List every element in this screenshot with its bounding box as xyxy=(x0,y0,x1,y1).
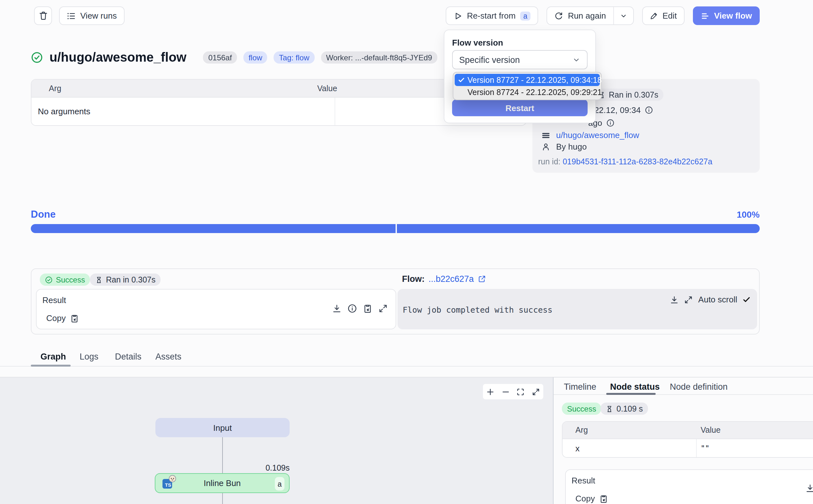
flow-id-link[interactable]: ...b22c627a xyxy=(429,274,474,284)
active-tab-underline xyxy=(606,393,656,395)
expand-graph-button[interactable] xyxy=(532,387,540,396)
flow-path-link[interactable]: u/hugo/awesome_flow xyxy=(556,130,639,140)
pencil-icon xyxy=(650,12,658,20)
version-option[interactable]: Version 87724 - 22.12.2025, 09:29:21 xyxy=(455,86,600,98)
toolbar-right: Re-start from a Run again Edit View flow xyxy=(446,6,760,25)
expand-icon[interactable] xyxy=(378,304,388,313)
checkmark-icon xyxy=(458,76,465,83)
copy-button[interactable]: Copy xyxy=(46,313,79,323)
clipboard-icon xyxy=(599,494,608,503)
external-link-icon[interactable] xyxy=(478,275,486,283)
version-option-selected[interactable]: Version 87727 - 22.12.2025, 09:34:18 xyxy=(455,74,600,86)
node-col-value: Value xyxy=(701,426,721,435)
tab-node-definition[interactable]: Node definition xyxy=(670,382,728,392)
title-row: u/hugo/awesome_flow 0156af flow Tag: flo… xyxy=(31,50,437,65)
node-status-badge: Success xyxy=(562,403,601,415)
run-again-button[interactable]: Run again xyxy=(547,7,613,24)
info-icon[interactable] xyxy=(347,304,357,313)
download-icon[interactable] xyxy=(332,304,342,313)
log-actions: Auto scroll xyxy=(670,295,751,304)
ts-label: TS xyxy=(165,482,171,488)
tab-timeline[interactable]: Timeline xyxy=(564,382,596,392)
node-args-header: Arg Value xyxy=(563,422,813,439)
args-col-arg: Arg xyxy=(31,84,317,93)
download-icon[interactable] xyxy=(805,483,813,493)
list-icon xyxy=(541,131,550,140)
toolbar-left: View runs xyxy=(34,6,125,25)
graph-node-input[interactable]: Input xyxy=(155,418,290,437)
restart-from-button[interactable]: Re-start from a xyxy=(446,6,538,25)
tab-node-status[interactable]: Node status xyxy=(610,382,660,392)
version-select[interactable]: Specific version xyxy=(452,50,588,69)
run-id-link[interactable]: 019b4531-f311-112a-6283-82e4b22c627a xyxy=(563,157,712,166)
expand-icon[interactable] xyxy=(684,295,693,304)
run-again-dropdown-button[interactable] xyxy=(614,7,633,24)
node-duration-badge: 0.109 s xyxy=(600,403,648,415)
check-circle-icon xyxy=(45,276,53,283)
copy-label: Copy xyxy=(575,494,595,503)
view-runs-button[interactable]: View runs xyxy=(59,6,125,25)
flow-run-page: View runs Re-start from a Run again Edit… xyxy=(0,0,813,504)
flow-link-line: Flow: ...b22c627a xyxy=(402,274,486,284)
bun-icon xyxy=(168,474,177,483)
edit-label: Edit xyxy=(662,11,677,21)
log-text: Flow job completed with success xyxy=(403,305,553,315)
zoom-in-button[interactable] xyxy=(486,387,495,396)
download-icon[interactable] xyxy=(670,295,679,304)
ran-in-label: Ran in 0.307s xyxy=(609,90,658,99)
play-icon xyxy=(453,11,462,20)
copy-button[interactable]: Copy xyxy=(575,494,608,503)
clipboard-icon[interactable] xyxy=(363,304,372,313)
args-col-value: Value xyxy=(317,84,337,93)
chevron-down-icon xyxy=(619,12,627,20)
node-args-table: Arg Value x "" xyxy=(562,421,813,458)
progress-step-divider xyxy=(396,224,397,233)
column-divider xyxy=(335,98,335,125)
node-result-card: Result Copy xyxy=(565,469,813,504)
progress-percent: 100% xyxy=(737,209,760,220)
run-again-group: Run again xyxy=(547,6,634,25)
kind-badge: flow xyxy=(243,51,267,64)
ran-in-badge: Ran in 0.307s xyxy=(593,89,663,101)
by-line: By hugo xyxy=(541,142,587,152)
run-hash-badge: 0156af xyxy=(203,51,237,64)
fit-view-button[interactable] xyxy=(517,387,525,396)
chevron-down-icon xyxy=(572,56,581,64)
graph-edge xyxy=(222,437,223,473)
checkmark-icon[interactable] xyxy=(742,295,751,304)
active-tab-underline xyxy=(31,365,71,367)
main-tabs: Graph Logs Details Assets xyxy=(0,351,813,367)
info-icon[interactable] xyxy=(645,106,653,114)
tag-badge: Tag: flow xyxy=(274,51,315,64)
graph-edge xyxy=(222,493,223,504)
flow-path-line: u/hugo/awesome_flow xyxy=(541,130,639,140)
list-icon xyxy=(701,11,710,20)
tab-details[interactable]: Details xyxy=(115,352,142,361)
auto-scroll-label: Auto scroll xyxy=(698,295,737,304)
ran-in-label: Ran in 0.307s xyxy=(106,275,155,284)
version-options-menu: Version 87727 - 22.12.2025, 09:34:18 Ver… xyxy=(453,72,602,100)
tab-logs[interactable]: Logs xyxy=(80,352,99,361)
zoom-out-button[interactable] xyxy=(502,387,510,396)
flow-version-label: Flow version xyxy=(452,38,588,48)
tab-assets[interactable]: Assets xyxy=(155,352,181,361)
edit-button[interactable]: Edit xyxy=(642,6,685,25)
worker-badge: Worker: ...-default-ft8q5-JYEd9 xyxy=(321,51,437,64)
graph-node-inline-bun[interactable]: TS Inline Bun a xyxy=(155,473,290,493)
flow-graph-canvas[interactable]: Input 0.109s TS Inline Bun a xyxy=(0,377,553,504)
node-col-arg: Arg xyxy=(563,426,701,435)
run-id-label: run id: xyxy=(538,157,561,166)
view-flow-button[interactable]: View flow xyxy=(693,6,760,25)
version-option-label: Version 87724 - 22.12.2025, 09:29:21 xyxy=(468,88,602,97)
person-icon xyxy=(541,142,550,151)
args-empty-label: No arguments xyxy=(31,107,90,116)
delete-run-button[interactable] xyxy=(34,6,52,25)
tab-graph[interactable]: Graph xyxy=(40,352,66,361)
version-select-value: Specific version xyxy=(459,55,520,65)
version-option-label: Version 87727 - 22.12.2025, 09:34:18 xyxy=(468,75,602,84)
node-arg-row: x "" xyxy=(563,439,813,457)
info-icon[interactable] xyxy=(606,119,614,127)
status-label: Success xyxy=(56,275,85,284)
restart-button[interactable]: Restart xyxy=(452,100,588,116)
restart-label: Restart xyxy=(505,103,534,113)
